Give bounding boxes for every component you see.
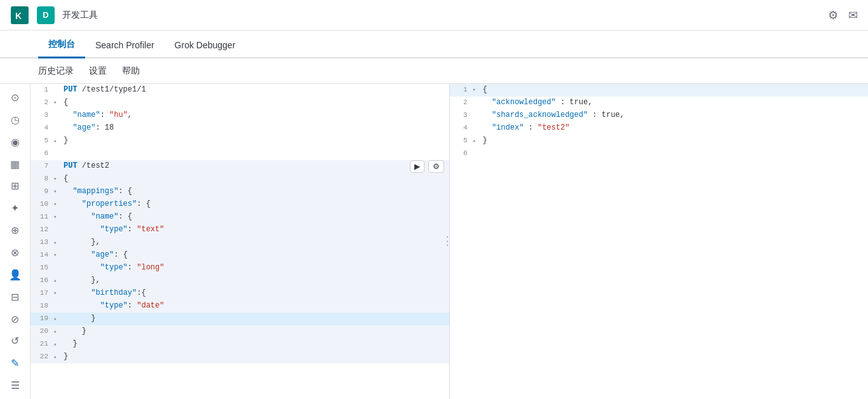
svg-text:K: K [15,11,22,21]
code-line-2: 2 ▾ { [31,97,449,109]
tab-grok-debugger[interactable]: Grok Debugger [165,34,246,58]
kibana-logo[interactable]: K [10,6,29,25]
code-line-7: 7 PUT /test2 ▶ ⚙ [31,160,449,173]
sidebar-icon-discover[interactable]: ◉ [5,133,25,151]
sidebar-icon-ml[interactable]: ⊗ [5,244,25,261]
code-line-10: 10 ▾ "properties": { [31,198,449,211]
topbar-icons: ⚙ ✉ [828,8,858,22]
sidebar: ⊙ ◷ ◉ ▦ ⊞ ✦ ⊕ ⊗ 👤 ⊟ ⊘ ↺ ✎ ☰ [0,84,31,399]
app-title: 开发工具 [62,10,98,21]
code-line-9: 9 ▾ "mappings": { [31,186,449,198]
sidebar-icon-users[interactable]: 👤 [5,266,25,283]
code-line-20: 20 ▴ } [31,325,449,338]
left-panel[interactable]: 1 PUT /test1/type1/1 2 ▾ { 3 "name": "hu… [31,84,450,399]
tab-console[interactable]: 控制台 [38,32,85,58]
sidebar-icon-devtools[interactable]: ✎ [5,355,25,372]
code-line-19: 19 ▴ } [31,313,449,325]
code-line-18: 18 "type": "date" [31,300,449,313]
sidebar-icon-home[interactable]: ⊙ [5,89,25,106]
right-code-line-1: 1 ▾ { [450,84,869,97]
sidebar-icon-dashboard[interactable]: ⊞ [5,177,25,194]
subtoolbar-settings[interactable]: 设置 [89,65,107,77]
code-line-12: 12 "type": "text" [31,224,449,236]
code-line-4: 4 "age": 18 [31,122,449,135]
sidebar-icon-clock[interactable]: ◷ [5,111,25,128]
sidebar-icon-infra[interactable]: ⊟ [5,288,25,306]
sidebar-icon-uptime[interactable]: ↺ [5,332,25,349]
right-code-line-5: 5 ▴ } [450,135,869,147]
settings-icon[interactable]: ⚙ [828,8,838,22]
subtoolbar: 历史记录 设置 帮助 [0,58,868,84]
code-line-3: 3 "name": "hu", [31,109,449,122]
right-code-line-3: 3 "shards_acknowledged" : true, [450,109,869,122]
run-button[interactable]: ▶ [410,160,424,173]
right-panel[interactable]: 1 ▾ { 2 "acknowledged" : true, 3 "shards… [450,84,869,399]
tabbar: 控制台 Search Profiler Grok Debugger [0,30,868,58]
code-line-17: 17 ▾ "birthday":{ [31,287,449,300]
code-line-14: 14 ▾ "age": { [31,249,449,262]
code-line-8: 8 ▾ { [31,173,449,186]
main-area: ⊙ ◷ ◉ ▦ ⊞ ✦ ⊕ ⊗ 👤 ⊟ ⊘ ↺ ✎ ☰ 1 PUT /test1… [0,84,868,399]
code-line-15: 15 "type": "long" [31,262,449,274]
sidebar-icon-menu[interactable]: ☰ [5,377,25,394]
code-line-11: 11 ▾ "name": { [31,211,449,224]
code-line-22: 22 ▴ } [31,351,449,363]
subtoolbar-history[interactable]: 历史记录 [38,65,74,77]
app-user-icon[interactable]: D [37,6,55,24]
editor-area: 1 PUT /test1/type1/1 2 ▾ { 3 "name": "hu… [31,84,868,399]
sidebar-icon-apm[interactable]: ⊘ [5,311,25,328]
panel-resize-handle[interactable]: ⋮ [442,233,450,251]
sidebar-icon-canvas[interactable]: ✦ [5,200,25,217]
topbar: K D 开发工具 ⚙ ✉ [0,0,868,30]
action-buttons: ▶ ⚙ [410,160,449,173]
code-line-16: 16 ▴ }, [31,274,449,287]
right-code-line-6: 6 [450,147,869,160]
subtoolbar-help[interactable]: 帮助 [122,65,140,77]
sidebar-icon-maps[interactable]: ⊕ [5,222,25,239]
code-line-6: 6 [31,147,449,160]
mail-icon[interactable]: ✉ [848,8,858,22]
tab-search-profiler[interactable]: Search Profiler [85,34,165,58]
right-code-line-4: 4 "index" : "test2" [450,122,869,135]
code-line-13: 13 ▴ }, [31,236,449,249]
wrench-button[interactable]: ⚙ [428,160,444,173]
code-line-21: 21 ▴ } [31,338,449,351]
right-code-line-2: 2 "acknowledged" : true, [450,97,869,109]
code-line-1: 1 PUT /test1/type1/1 [31,84,449,97]
sidebar-icon-visualize[interactable]: ▦ [5,156,25,173]
code-line-5: 5 ▴ } [31,135,449,147]
